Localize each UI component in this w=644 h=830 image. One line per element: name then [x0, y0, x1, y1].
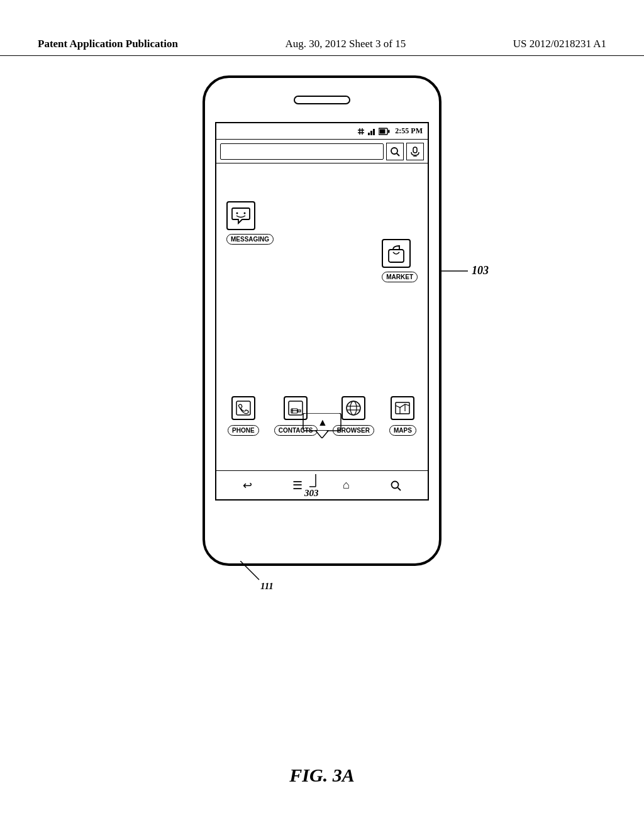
patent-number: US 2012/0218231 A1: [513, 38, 606, 50]
phone-screen: 2:55 PM: [215, 122, 429, 501]
messaging-app[interactable]: MESSAGING: [226, 201, 274, 245]
ref-303-label-group: 303: [309, 474, 353, 493]
maps-app[interactable]: MAPS: [389, 396, 416, 436]
maps-label: MAPS: [389, 425, 416, 436]
status-time: 2:55 PM: [395, 126, 423, 136]
mic-icon: [410, 147, 420, 157]
ref-303-popup: ▲: [300, 413, 344, 438]
battery-icon: [379, 128, 390, 135]
svg-point-26: [347, 401, 360, 415]
svg-rect-10: [388, 130, 390, 133]
market-app[interactable]: MARKET: [382, 239, 418, 282]
ref-111-label: 111: [260, 581, 274, 592]
market-label: MARKET: [382, 272, 418, 282]
svg-rect-30: [396, 402, 409, 414]
svg-text:▲: ▲: [318, 417, 328, 428]
popup-shape: ▲: [300, 413, 344, 438]
publication-title: Patent Application Publication: [38, 38, 178, 50]
svg-line-12: [397, 153, 399, 156]
phone-app[interactable]: PHONE: [228, 396, 259, 436]
svg-point-16: [236, 213, 238, 214]
svg-point-11: [391, 148, 397, 154]
sheet-info: Aug. 30, 2012 Sheet 3 of 15: [285, 38, 406, 50]
figure-caption: FIG. 3A: [289, 765, 354, 786]
ref-303-label: 303: [304, 488, 319, 499]
svg-rect-9: [380, 129, 386, 133]
phone-device: 103: [203, 75, 441, 566]
browser-icon-svg: [345, 400, 362, 416]
search-nav-button[interactable]: [390, 480, 401, 491]
menu-button[interactable]: ☰: [292, 479, 303, 492]
svg-point-17: [244, 213, 246, 214]
svg-rect-18: [389, 250, 404, 262]
status-icons: [357, 127, 390, 136]
status-bar: 2:55 PM: [216, 123, 428, 140]
svg-point-27: [350, 401, 357, 415]
phone-app-icon: [231, 396, 255, 420]
market-icon-svg: [386, 243, 406, 263]
svg-rect-13: [413, 147, 417, 153]
maps-app-icon: [391, 396, 414, 420]
page-header: Patent Application Publication Aug. 30, …: [0, 38, 644, 56]
ref-111-label-group: 111: [240, 561, 291, 586]
action-bar: [216, 140, 428, 163]
svg-rect-5: [368, 133, 370, 135]
messaging-icon-svg: [231, 206, 251, 226]
search-box[interactable]: [220, 143, 384, 160]
messaging-icon: [226, 201, 255, 230]
messaging-label: MESSAGING: [226, 234, 274, 245]
search-button[interactable]: [386, 143, 404, 160]
svg-point-36: [391, 481, 398, 488]
svg-line-37: [397, 487, 401, 490]
svg-line-40: [240, 561, 259, 580]
svg-rect-7: [373, 129, 375, 135]
phone-icon-svg: [235, 400, 252, 416]
screen-content: MESSAGING MARKET: [216, 163, 428, 467]
browser-app-icon: [341, 396, 365, 420]
search-nav-icon: [390, 480, 401, 491]
phone-label: PHONE: [228, 425, 259, 436]
phone-speaker: [294, 96, 350, 104]
maps-icon-svg: [394, 400, 411, 416]
svg-rect-6: [370, 131, 372, 135]
mic-button[interactable]: [406, 143, 424, 160]
back-button[interactable]: ↩: [243, 479, 252, 492]
carrier-icon: [357, 127, 366, 136]
search-icon: [390, 147, 400, 157]
signal-icon: [368, 128, 377, 135]
market-icon: [382, 239, 411, 268]
